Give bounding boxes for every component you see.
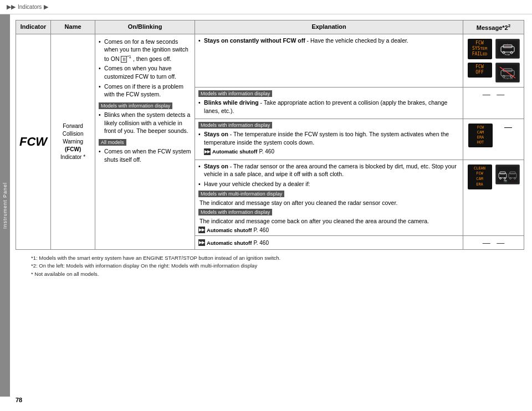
ob-bullet-4: Blinks when the system detects a likely … [99,111,191,135]
fcw-camera-svg: 📷 [498,167,518,182]
auto-shutoff-row4: ▶▶ Automatic shutoff P. 460 [198,227,459,233]
shutoff-icon-row5: ▶▶ [198,239,205,246]
fcw-off-svg: FCW ON [498,65,518,80]
onblinking-bullets-all: Comes on when the FCW system shuts itsel… [99,147,191,163]
table-row-fcw: FCW Forward Collision Warning (FCW) Indi… [16,34,524,87]
col-header-onblinking: On/Blinking [95,20,195,34]
shutoff-page-row5: P. 460 [253,240,269,246]
msg-box-fcw-temp: FCWCAMERAHOT [468,124,493,147]
svg-text:FCW: FCW [505,53,510,56]
exp-row2-bold: Blinks while driving [204,99,259,106]
message-row4: CLEANFCWCAMERA [463,160,524,235]
shutoff-icon-row3: ▶▶ [204,148,211,155]
message-pair-row1b: FCWOFF FCW ON [467,61,520,84]
msg-box-fcw-system-failed: FCWSYSTEMFAILED [468,39,492,59]
sub-header-info-display: Models with information display [99,102,172,109]
onblinking-info-display-section: Models with information display Blinks w… [99,102,191,135]
fcw-indicator-cell: FCW [16,34,51,249]
name-line-1: Collision [63,131,84,137]
page-wrapper: Instrument Panel Indicator Name On/Blink… [0,14,532,397]
fcw-warning-svg: ! FCW [498,41,518,56]
shutoff-text-row5: Automatic shutoff [207,240,252,246]
sub-header-row4-multi: Models with multi-information display [198,191,284,197]
ob-bullet-1: Comes on for a few seconds when you turn… [99,38,191,63]
ob-bullet-5: Comes on when the FCW system shuts itsel… [99,147,191,163]
svg-text:📷: 📷 [504,179,508,182]
sub-header-row4-info: Models with information display [198,209,272,215]
exp-row1-rest: - Have the vehicle checked by a dealer. [305,37,408,44]
name-line-2: Warning [63,138,83,145]
main-content: Indicator Name On/Blinking Explanation M… [10,14,532,397]
shutoff-text-row3: Automatic shutoff [212,148,257,155]
sidebar-label: Instrument Panel [2,182,8,229]
sub-header-exp-row2: Models with information display [198,90,272,97]
nav-arrow-right: ▶ [44,3,48,11]
message-dash-row3: — [496,122,520,131]
exp-bullet-row4-stays: Stays on - The radar sensor or the area … [198,162,459,178]
explanation-row4: Stays on - The radar sensor or the area … [195,160,463,235]
exp-row3-bold: Stays on [204,131,228,137]
message-pair-row3: FCWCAMERAHOT — [467,122,520,148]
onblinking-all-models-section: All models Comes on when the FCW system … [99,138,191,163]
message-pair-row4: CLEANFCWCAMERA [467,163,520,191]
shutoff-page-row4: P. 460 [253,227,269,233]
exp-row1-bold: Stays on constantly without FCW off [204,37,305,44]
name-line-0: Forward [63,123,83,129]
sub-header-exp-row3: Models with information display [198,122,272,129]
footnote-1: *1: Models with the smart entry system h… [31,254,516,262]
row4-info-text: The indicator and message come back on a… [200,217,459,225]
onblinking-bullets-top: Comes on for a few seconds when you turn… [99,38,191,99]
sub-header-all-models: All models [99,139,126,146]
fcw-indicator-text: FCW [19,135,47,149]
page-number: 78 [16,397,22,403]
exp-bullet-row2: Blinks while driving - Take appropriate … [198,99,459,115]
ob-bullet-3: Comes on if there is a problem with the … [99,83,191,99]
col-header-message: Message*22 [463,20,524,34]
nav-label: Indicators [18,4,42,10]
auto-shutoff-row5: ▶▶ Automatic shutoff P. 460 [198,239,459,246]
row4-multi-text: The indicator and message stay on after … [200,199,459,207]
svg-text:FCW ON: FCW ON [504,77,513,80]
col-header-indicator: Indicator [16,20,51,34]
message-row2: — — [463,87,524,119]
explanation-row2: Models with information display Blinks w… [195,87,463,119]
explanation-row5: ▶▶ Automatic shutoff P. 460 [195,236,463,250]
footnote-3: * Not available on all models. [31,270,516,278]
msg-img-fcw-off: FCW ON [495,63,520,83]
explanation-row1: Stays on constantly without FCW off - Ha… [195,34,463,87]
ignition-switch-icon: II [121,56,127,63]
nav-arrow-left: ▶▶ [7,3,16,11]
fcw-name-cell: Forward Collision Warning (FCW) Indicato… [51,34,95,249]
svg-rect-14 [498,167,518,182]
col-header-explanation: Explanation [195,20,463,34]
shutoff-text-row4: Automatic shutoff [207,227,252,233]
fcw-name-content: Forward Collision Warning (FCW) Indicato… [54,122,91,161]
name-line-4: Indicator * [60,154,85,160]
ob-bullet-2: Comes on when you have customized FCW to… [99,64,191,80]
footnote-2: *2: On the left: Models with information… [31,262,516,270]
exp-bullet-row1: Stays on constantly without FCW off - Ha… [198,37,459,45]
fcw-onblinking-cell: Comes on for a few seconds when you turn… [95,34,195,249]
auto-shutoff-row3: ▶▶ Automatic shutoff P. 460 [204,148,459,156]
name-line-3: (FCW) [65,146,81,152]
shutoff-icon-row4: ▶▶ [198,227,205,233]
col-header-name: Name [51,20,95,34]
onblinking-bullets-info: Blinks when the system detects a likely … [99,111,191,135]
explanation-row3: Models with information display Stays on… [195,119,463,160]
msg-img-fcw-warning1: ! FCW [495,39,520,59]
exp-row3-rest: - The temperature inside the FCW system … [204,131,449,146]
exp-bullets-row3: Stays on - The temperature inside the FC… [198,130,459,155]
message-row5: — — [463,236,524,250]
top-nav: ▶▶ Indicators ▶ [0,0,532,14]
msg-box-clean-fcw: CLEANFCWCAMERA [468,165,492,189]
row4-info-section: Models with information display The indi… [198,208,459,233]
exp-bullets-row4-a: Stays on - The radar sensor or the area … [198,162,459,188]
row4-multi-section: Models with multi-information display Th… [198,190,459,207]
footnotes-section: *1: Models with the smart entry system h… [16,250,524,280]
exp-bullet-row3: Stays on - The temperature inside the FC… [198,130,459,155]
shutoff-page-row3: P. 460 [259,148,274,156]
msg-box-fcw-off: FCWOFF [468,63,492,78]
exp-bullets-row1: Stays on constantly without FCW off - Ha… [198,37,459,45]
msg-img-fcw-camera: 📷 [495,165,520,184]
message-row3: FCWCAMERAHOT — [463,119,524,160]
